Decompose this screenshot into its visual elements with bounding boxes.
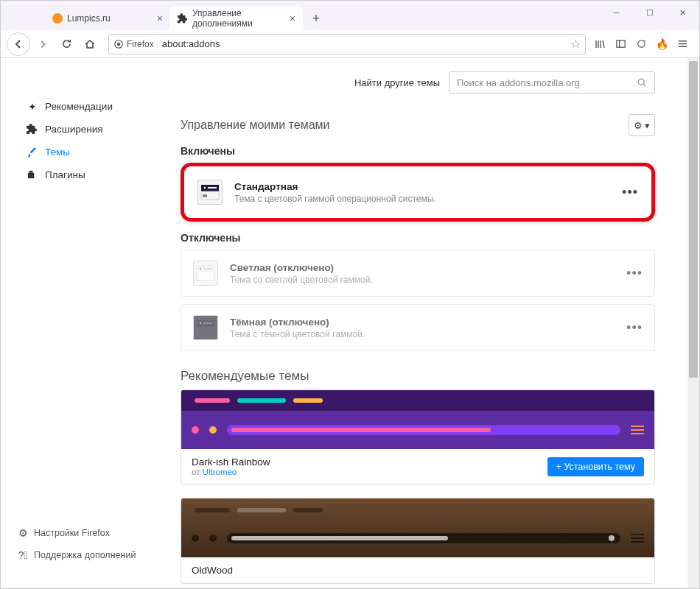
sidebar-item-label: Темы [45,147,70,158]
toolbar-right: 🔥 [593,38,693,51]
tab-addons[interactable]: Управление дополнениями × [170,7,303,30]
recommended-card-oldwood: OldWood [181,498,655,584]
sidebar-item-settings[interactable]: ⚙ Настройки Firefox [1,522,170,544]
sidebar-item-recommendations[interactable]: ✦ Рекомендации [1,95,170,118]
tab-label: Lumpics.ru [67,13,111,24]
home-button[interactable] [79,33,101,55]
close-icon[interactable]: × [290,13,295,24]
theme-thumbnail [197,180,223,205]
close-window-button[interactable]: ✕ [666,1,699,24]
disabled-section-label: Отключены [181,232,655,244]
find-themes-row: Найти другие темы Поиск на addons.mozill… [181,71,655,94]
extension-icon[interactable] [634,38,648,51]
more-options-button[interactable]: ••• [626,266,643,281]
theme-desc: Тема с тёмной цветовой гаммой. [230,329,365,339]
theme-card-dark[interactable]: Тёмная (отключено) Тема с тёмной цветово… [181,304,655,351]
svg-point-17 [200,268,201,269]
minimize-button[interactable]: ─ [600,1,633,24]
author-link[interactable]: Ultromeo [203,468,237,476]
sidebar-item-extensions[interactable]: Расширения [1,118,170,141]
svg-rect-2 [616,40,624,47]
window-controls: ─ ☐ ✕ [600,1,699,24]
recommended-name: OldWood [192,565,233,576]
content-area: ✦ Рекомендации Расширения Темы Плагины ⚙… [1,58,699,588]
library-icon[interactable] [593,38,606,51]
menu-icon[interactable] [676,38,689,51]
theme-card-light[interactable]: Светлая (отключено) Тема со светлой цвет… [181,250,655,297]
theme-preview [181,498,654,557]
more-options-button[interactable]: ••• [626,320,643,336]
theme-name: Светлая (отключено) [230,262,373,273]
recommended-name: Dark-ish Rainbow [192,456,270,468]
reload-button[interactable] [55,33,77,55]
sidebar-icon[interactable] [614,38,627,51]
search-placeholder: Поиск на addons.mozilla.org [457,77,637,88]
theme-desc: Тема с цветовой гаммой операционной сист… [234,194,436,204]
sidebar-item-label: Расширения [45,124,103,135]
bookmark-star-icon[interactable]: ☆ [570,37,581,51]
sidebar-item-plugins[interactable]: Плагины [1,163,170,186]
sidebar-bottom: ⚙ Настройки Firefox ?⃝ Поддержка дополне… [1,522,170,566]
theme-text: Стандартная Тема с цветовой гаммой опера… [234,181,436,204]
find-themes-label: Найти другие темы [354,77,440,88]
puzzle-icon [178,13,188,24]
svg-rect-6 [28,173,34,179]
theme-desc: Тема со светлой цветовой гаммой. [230,275,373,285]
tab-lumpics[interactable]: Lumpics.ru × [45,7,170,30]
main-panel: Найти другие темы Поиск на addons.mozill… [170,58,699,588]
theme-thumbnail [193,315,218,340]
forward-button[interactable] [32,33,54,55]
help-icon: ?⃝ [17,549,29,561]
search-input[interactable]: Поиск на addons.mozilla.org [449,71,655,94]
svg-line-9 [644,85,646,87]
sidebar-item-label: Плагины [45,169,85,180]
svg-point-21 [200,322,201,324]
svg-point-1 [117,42,120,45]
sparkle-icon: ✦ [27,101,38,113]
sidebar-item-support[interactable]: ?⃝ Поддержка дополнений [1,544,170,566]
theme-thumbnail [193,261,218,286]
plugin-icon [27,169,38,180]
sidebar: ✦ Рекомендации Расширения Темы Плагины ⚙… [1,58,170,588]
theme-text: Светлая (отключено) Тема со светлой цвет… [230,262,373,285]
search-icon [637,77,647,88]
svg-rect-7 [29,171,33,173]
address-text: about:addons [157,38,570,49]
theme-preview [181,390,654,449]
page-title: Управление моими темами [181,119,330,132]
sidebar-item-themes[interactable]: Темы [1,141,170,163]
page-header-row: Управление моими темами ⚙ ▾ [181,114,655,136]
close-icon[interactable]: × [157,13,163,24]
more-options-button[interactable]: ••• [622,185,638,200]
identity-box[interactable]: Firefox [113,39,154,49]
recommended-author: от Ultromeo [192,468,270,476]
theme-name: Стандартная [234,181,436,192]
navbar: Firefox about:addons ☆ 🔥 [1,30,699,58]
puzzle-icon [27,124,38,135]
fire-icon[interactable]: 🔥 [655,38,668,51]
new-tab-button[interactable]: + [306,8,326,29]
scrollbar-thumb[interactable] [689,61,698,378]
svg-point-8 [638,79,644,85]
svg-point-12 [204,187,206,188]
tab-label: Управление дополнениями [192,8,290,29]
url-bar[interactable]: Firefox about:addons ☆ [108,34,586,54]
gear-icon: ⚙ [17,527,29,539]
install-theme-button[interactable]: + Установить тему [547,457,644,476]
sidebar-item-label: Поддержка дополнений [34,550,136,560]
theme-text: Тёмная (отключено) Тема с тёмной цветово… [230,317,365,339]
sidebar-item-label: Настройки Firefox [34,528,110,538]
back-button[interactable] [7,32,30,56]
scrollbar[interactable] [687,58,699,588]
recommended-section-label: Рекомендуемые темы [181,369,655,384]
theme-name: Тёмная (отключено) [230,317,365,328]
recommended-card-rainbow: Dark-ish Rainbow от Ultromeo + Установит… [181,389,655,484]
maximize-button[interactable]: ☐ [633,1,666,24]
svg-rect-13 [208,187,217,188]
highlight-annotation: Стандартная Тема с цветовой гаммой опера… [181,163,655,222]
titlebar: Lumpics.ru × Управление дополнениями × +… [1,1,699,30]
svg-rect-18 [203,268,212,269]
tools-menu-button[interactable]: ⚙ ▾ [629,114,655,136]
enabled-section-label: Включены [181,145,655,157]
theme-card-default[interactable]: Стандартная Тема с цветовой гаммой опера… [186,169,650,215]
